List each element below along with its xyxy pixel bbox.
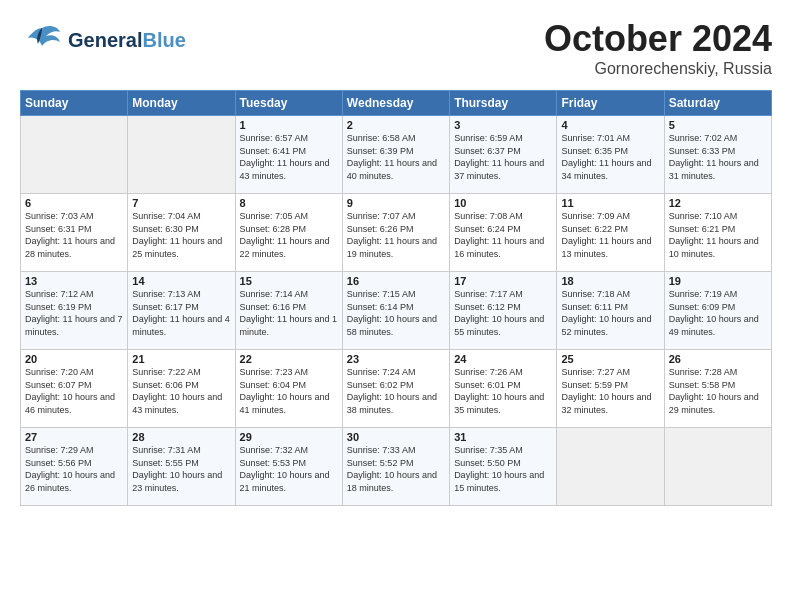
calendar-week-row: 27Sunrise: 7:29 AMSunset: 5:56 PMDayligh… [21,428,772,506]
table-row: 18Sunrise: 7:18 AMSunset: 6:11 PMDayligh… [557,272,664,350]
table-row: 2Sunrise: 6:58 AMSunset: 6:39 PMDaylight… [342,116,449,194]
table-row: 15Sunrise: 7:14 AMSunset: 6:16 PMDayligh… [235,272,342,350]
table-row: 8Sunrise: 7:05 AMSunset: 6:28 PMDaylight… [235,194,342,272]
day-number: 25 [561,353,659,365]
title-block: October 2024 Gornorechenskiy, Russia [544,18,772,78]
day-info: Sunrise: 7:03 AMSunset: 6:31 PMDaylight:… [25,210,123,260]
day-number: 19 [669,275,767,287]
table-row [664,428,771,506]
day-info: Sunrise: 7:08 AMSunset: 6:24 PMDaylight:… [454,210,552,260]
col-sunday: Sunday [21,91,128,116]
day-number: 13 [25,275,123,287]
table-row: 13Sunrise: 7:12 AMSunset: 6:19 PMDayligh… [21,272,128,350]
logo-icon [20,18,64,62]
table-row: 7Sunrise: 7:04 AMSunset: 6:30 PMDaylight… [128,194,235,272]
day-info: Sunrise: 7:18 AMSunset: 6:11 PMDaylight:… [561,288,659,338]
table-row: 4Sunrise: 7:01 AMSunset: 6:35 PMDaylight… [557,116,664,194]
day-number: 9 [347,197,445,209]
calendar-week-row: 13Sunrise: 7:12 AMSunset: 6:19 PMDayligh… [21,272,772,350]
day-number: 23 [347,353,445,365]
day-number: 12 [669,197,767,209]
day-number: 16 [347,275,445,287]
day-info: Sunrise: 7:17 AMSunset: 6:12 PMDaylight:… [454,288,552,338]
day-info: Sunrise: 7:05 AMSunset: 6:28 PMDaylight:… [240,210,338,260]
table-row [557,428,664,506]
table-row: 11Sunrise: 7:09 AMSunset: 6:22 PMDayligh… [557,194,664,272]
table-row: 20Sunrise: 7:20 AMSunset: 6:07 PMDayligh… [21,350,128,428]
day-info: Sunrise: 7:22 AMSunset: 6:06 PMDaylight:… [132,366,230,416]
day-number: 7 [132,197,230,209]
day-info: Sunrise: 7:24 AMSunset: 6:02 PMDaylight:… [347,366,445,416]
day-info: Sunrise: 7:15 AMSunset: 6:14 PMDaylight:… [347,288,445,338]
day-info: Sunrise: 7:12 AMSunset: 6:19 PMDaylight:… [25,288,123,338]
day-number: 10 [454,197,552,209]
day-info: Sunrise: 7:33 AMSunset: 5:52 PMDaylight:… [347,444,445,494]
day-info: Sunrise: 7:20 AMSunset: 6:07 PMDaylight:… [25,366,123,416]
day-info: Sunrise: 7:13 AMSunset: 6:17 PMDaylight:… [132,288,230,338]
table-row [21,116,128,194]
logo: GeneralBlue [20,18,186,62]
col-monday: Monday [128,91,235,116]
day-info: Sunrise: 7:29 AMSunset: 5:56 PMDaylight:… [25,444,123,494]
day-info: Sunrise: 7:28 AMSunset: 5:58 PMDaylight:… [669,366,767,416]
table-row: 31Sunrise: 7:35 AMSunset: 5:50 PMDayligh… [450,428,557,506]
table-row: 17Sunrise: 7:17 AMSunset: 6:12 PMDayligh… [450,272,557,350]
day-number: 3 [454,119,552,131]
col-tuesday: Tuesday [235,91,342,116]
table-row: 12Sunrise: 7:10 AMSunset: 6:21 PMDayligh… [664,194,771,272]
day-number: 1 [240,119,338,131]
day-number: 11 [561,197,659,209]
day-info: Sunrise: 7:35 AMSunset: 5:50 PMDaylight:… [454,444,552,494]
day-info: Sunrise: 7:26 AMSunset: 6:01 PMDaylight:… [454,366,552,416]
calendar-week-row: 1Sunrise: 6:57 AMSunset: 6:41 PMDaylight… [21,116,772,194]
day-number: 29 [240,431,338,443]
table-row: 22Sunrise: 7:23 AMSunset: 6:04 PMDayligh… [235,350,342,428]
day-number: 22 [240,353,338,365]
table-row: 28Sunrise: 7:31 AMSunset: 5:55 PMDayligh… [128,428,235,506]
day-number: 21 [132,353,230,365]
calendar-table: Sunday Monday Tuesday Wednesday Thursday… [20,90,772,506]
calendar-header-row: Sunday Monday Tuesday Wednesday Thursday… [21,91,772,116]
day-info: Sunrise: 6:59 AMSunset: 6:37 PMDaylight:… [454,132,552,182]
col-thursday: Thursday [450,91,557,116]
day-number: 31 [454,431,552,443]
day-info: Sunrise: 6:57 AMSunset: 6:41 PMDaylight:… [240,132,338,182]
day-number: 6 [25,197,123,209]
table-row: 26Sunrise: 7:28 AMSunset: 5:58 PMDayligh… [664,350,771,428]
calendar-week-row: 6Sunrise: 7:03 AMSunset: 6:31 PMDaylight… [21,194,772,272]
day-number: 5 [669,119,767,131]
day-info: Sunrise: 7:10 AMSunset: 6:21 PMDaylight:… [669,210,767,260]
table-row: 1Sunrise: 6:57 AMSunset: 6:41 PMDaylight… [235,116,342,194]
col-friday: Friday [557,91,664,116]
day-info: Sunrise: 7:14 AMSunset: 6:16 PMDaylight:… [240,288,338,338]
day-info: Sunrise: 6:58 AMSunset: 6:39 PMDaylight:… [347,132,445,182]
day-number: 26 [669,353,767,365]
day-number: 24 [454,353,552,365]
calendar-week-row: 20Sunrise: 7:20 AMSunset: 6:07 PMDayligh… [21,350,772,428]
table-row: 25Sunrise: 7:27 AMSunset: 5:59 PMDayligh… [557,350,664,428]
day-number: 27 [25,431,123,443]
day-info: Sunrise: 7:19 AMSunset: 6:09 PMDaylight:… [669,288,767,338]
day-number: 30 [347,431,445,443]
table-row: 16Sunrise: 7:15 AMSunset: 6:14 PMDayligh… [342,272,449,350]
table-row: 9Sunrise: 7:07 AMSunset: 6:26 PMDaylight… [342,194,449,272]
day-info: Sunrise: 7:23 AMSunset: 6:04 PMDaylight:… [240,366,338,416]
day-info: Sunrise: 7:31 AMSunset: 5:55 PMDaylight:… [132,444,230,494]
day-number: 20 [25,353,123,365]
table-row: 14Sunrise: 7:13 AMSunset: 6:17 PMDayligh… [128,272,235,350]
day-number: 28 [132,431,230,443]
table-row: 30Sunrise: 7:33 AMSunset: 5:52 PMDayligh… [342,428,449,506]
month-title: October 2024 [544,18,772,60]
day-number: 15 [240,275,338,287]
col-wednesday: Wednesday [342,91,449,116]
day-number: 17 [454,275,552,287]
table-row: 10Sunrise: 7:08 AMSunset: 6:24 PMDayligh… [450,194,557,272]
table-row [128,116,235,194]
table-row: 24Sunrise: 7:26 AMSunset: 6:01 PMDayligh… [450,350,557,428]
table-row: 5Sunrise: 7:02 AMSunset: 6:33 PMDaylight… [664,116,771,194]
col-saturday: Saturday [664,91,771,116]
day-info: Sunrise: 7:01 AMSunset: 6:35 PMDaylight:… [561,132,659,182]
day-info: Sunrise: 7:02 AMSunset: 6:33 PMDaylight:… [669,132,767,182]
day-info: Sunrise: 7:04 AMSunset: 6:30 PMDaylight:… [132,210,230,260]
logo-text: GeneralBlue [68,29,186,51]
